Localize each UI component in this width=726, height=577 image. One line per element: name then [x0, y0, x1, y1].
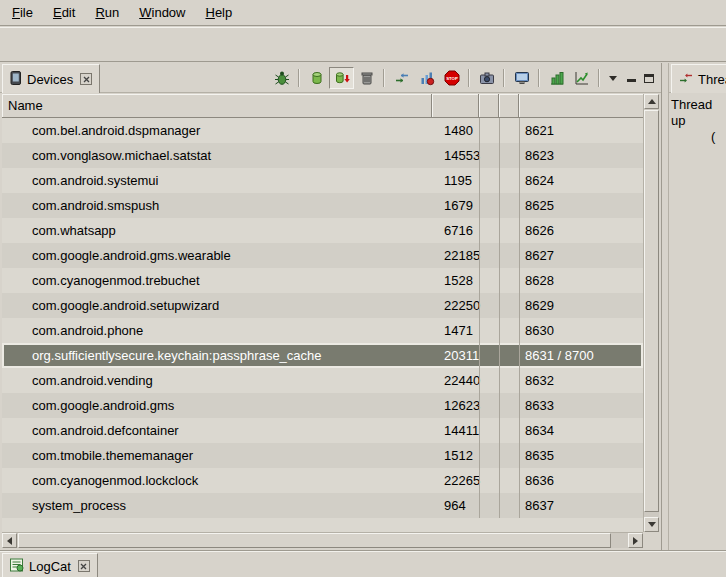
column-header-port: [519, 94, 643, 118]
process-name-cell: com.android.smspush: [2, 193, 432, 218]
table-row[interactable]: com.android.smspush 1679 8625: [2, 193, 643, 218]
process-pid-cell: 964: [432, 493, 479, 518]
devices-panel: Devices: [0, 63, 662, 550]
table-row[interactable]: com.tmobile.thememanager 1512 8635: [2, 443, 643, 468]
status-cell-2: [499, 243, 519, 268]
toolbar-separator: [503, 69, 505, 87]
process-port-cell: 8625: [519, 193, 643, 218]
process-pid-cell: 1512: [432, 443, 479, 468]
table-row[interactable]: com.android.vending 22440 8632: [2, 368, 643, 393]
screen-capture-button[interactable]: [474, 67, 499, 89]
vertical-scrollbar[interactable]: [643, 94, 659, 532]
status-cell-1: [479, 393, 499, 418]
table-row[interactable]: com.whatsapp 6716 8626: [2, 218, 643, 243]
scroll-left-button[interactable]: [2, 533, 17, 548]
scroll-right-button[interactable]: [628, 533, 643, 548]
process-pid-cell: 22440: [432, 368, 479, 393]
arrow-up-icon: [648, 99, 656, 104]
profiling-icon: [419, 70, 435, 86]
table-row[interactable]: com.cyanogenmod.lockclock 22265 8636: [2, 468, 643, 493]
process-name-cell: com.cyanogenmod.trebuchet: [2, 268, 432, 293]
process-port-cell: 8628: [519, 268, 643, 293]
method-profiling-button[interactable]: [414, 67, 439, 89]
minimize-button[interactable]: [622, 69, 640, 87]
status-cell-1: [479, 368, 499, 393]
status-cell-1: [479, 468, 499, 493]
arrow-right-icon: [633, 537, 638, 545]
menu-file[interactable]: File: [2, 2, 43, 23]
process-pid-cell: 12623: [432, 393, 479, 418]
horizontal-scrollbar[interactable]: [2, 532, 643, 548]
process-port-cell: 8624: [519, 168, 643, 193]
scrollbar-corner: [643, 532, 659, 548]
stop-process-button[interactable]: STOP: [439, 67, 464, 89]
cause-gc-button[interactable]: [354, 67, 379, 89]
screen-record-button[interactable]: [509, 67, 534, 89]
table-row[interactable]: com.cyanogenmod.trebuchet 1528 8628: [2, 268, 643, 293]
table-row[interactable]: com.vonglasow.michael.satstat 14553 8623: [2, 143, 643, 168]
update-heap-button[interactable]: [304, 67, 329, 89]
table-row[interactable]: com.bel.android.dspmanager 1480 8621: [2, 118, 643, 143]
update-threads-button[interactable]: [389, 67, 414, 89]
tab-logcat[interactable]: LogCat: [2, 553, 98, 577]
table-row[interactable]: com.android.defcontainer 14411 8634: [2, 418, 643, 443]
threads-message-line1: Thread up: [671, 97, 724, 129]
svg-text:STOP: STOP: [446, 76, 458, 81]
debug-process-button[interactable]: [269, 67, 294, 89]
arrow-down-icon: [648, 522, 656, 527]
menu-edit[interactable]: Edit: [43, 2, 85, 23]
vertical-scrollbar-thumb[interactable]: [644, 110, 659, 512]
process-port-cell: 8623: [519, 143, 643, 168]
menu-window[interactable]: Window: [129, 2, 195, 23]
process-port-cell: 8636: [519, 468, 643, 493]
process-port-cell: 8626: [519, 218, 643, 243]
status-cell-1: [479, 268, 499, 293]
process-pid-cell: 14411: [432, 418, 479, 443]
threads-icon: [679, 71, 693, 88]
toolbar-separator: [598, 69, 600, 87]
view-menu-button[interactable]: [604, 69, 622, 87]
stats-columns-button[interactable]: [544, 67, 569, 89]
scroll-up-button[interactable]: [644, 94, 659, 109]
table-row[interactable]: com.google.android.gms 12623 8633: [2, 393, 643, 418]
threads-arrows-icon: [394, 70, 410, 86]
dump-hprof-button[interactable]: [329, 67, 354, 89]
main-area: Devices: [0, 63, 726, 550]
table-row[interactable]: system_process 964 8637: [2, 493, 643, 518]
status-cell-1: [479, 218, 499, 243]
status-cell-2: [499, 318, 519, 343]
status-cell-1: [479, 443, 499, 468]
column-header-blank-1: [479, 94, 499, 118]
logcat-icon: [10, 558, 24, 575]
menu-help[interactable]: Help: [195, 2, 242, 23]
main-toolbar-strip: [0, 27, 726, 62]
scroll-down-button[interactable]: [644, 517, 659, 532]
process-pid-cell: 6716: [432, 218, 479, 243]
column-header-name[interactable]: Name: [2, 94, 432, 118]
chevron-down-icon: [609, 76, 617, 81]
minimize-icon: [627, 74, 636, 82]
tab-logcat-close-icon[interactable]: [78, 560, 90, 572]
process-port-cell: 8632: [519, 368, 643, 393]
menu-run[interactable]: Run: [85, 2, 129, 23]
table-row[interactable]: com.android.systemui 1195 8624: [2, 168, 643, 193]
process-name-cell: system_process: [2, 493, 432, 518]
process-pid-cell: 1480: [432, 118, 479, 143]
toolbar-separator: [468, 69, 470, 87]
horizontal-scrollbar-thumb[interactable]: [18, 533, 611, 548]
tab-devices[interactable]: Devices: [2, 64, 100, 93]
hprof-cylinder-icon: [334, 70, 350, 86]
stats-graph-button[interactable]: [569, 67, 594, 89]
table-row[interactable]: com.google.android.gms.wearable 22185 86…: [2, 243, 643, 268]
table-row[interactable]: com.google.android.setupwizard 22250 862…: [2, 293, 643, 318]
tab-logcat-label: LogCat: [29, 559, 71, 574]
tab-devices-close-icon[interactable]: [80, 73, 92, 85]
table-row[interactable]: com.android.phone 1471 8630: [2, 318, 643, 343]
maximize-button[interactable]: [640, 69, 658, 87]
tab-threads[interactable]: Threads: [671, 64, 726, 93]
table-row[interactable]: org.sufficientlysecure.keychain:passphra…: [2, 343, 643, 368]
status-cell-1: [479, 418, 499, 443]
process-pid-cell: 22185: [432, 243, 479, 268]
threads-message-line2: (: [671, 129, 724, 145]
logcat-bar: LogCat: [0, 550, 726, 577]
